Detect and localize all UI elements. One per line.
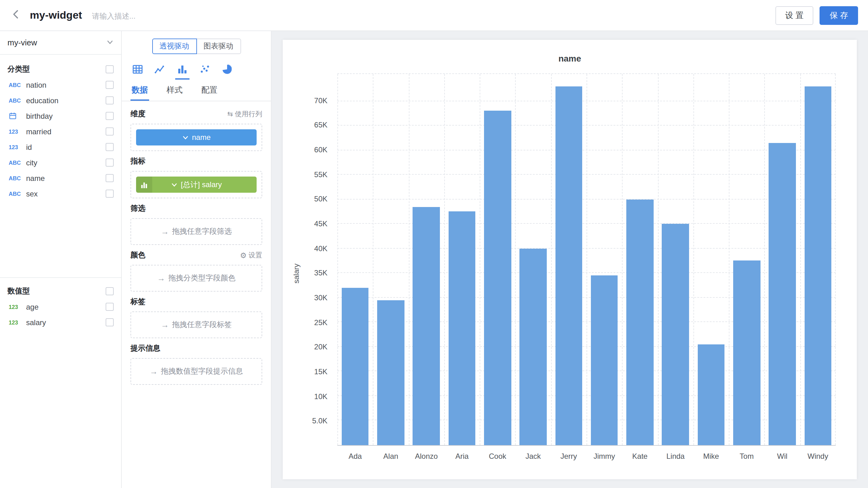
- dimension-label: 维度: [130, 109, 145, 119]
- field-checkbox[interactable]: [105, 143, 114, 151]
- bar[interactable]: [448, 212, 475, 445]
- field-row[interactable]: 123id: [0, 139, 121, 155]
- tooltip-dropzone[interactable]: → 拖拽数值型字段提示信息: [130, 358, 262, 385]
- x-tick-label: Alan: [373, 452, 409, 462]
- field-row[interactable]: 123age: [0, 299, 121, 314]
- header: my-widget 设 置 保 存: [0, 0, 868, 31]
- panel-tab-2[interactable]: 配置: [200, 81, 219, 101]
- main-body: my-view 分类型ABCnationABCeducationbirthday…: [0, 31, 868, 488]
- chevron-down-icon: [106, 37, 114, 48]
- field-checkbox[interactable]: [105, 158, 114, 166]
- chart-title: name: [283, 54, 857, 63]
- bar[interactable]: [804, 86, 831, 445]
- y-tick-label: 30K: [283, 294, 328, 302]
- field-section-label: 数值型: [7, 286, 30, 296]
- field-row[interactable]: ABCsex: [0, 186, 121, 202]
- bar-slot: [516, 74, 551, 445]
- description-input[interactable]: [92, 12, 204, 21]
- save-button[interactable]: 保 存: [820, 6, 858, 25]
- panel-tab-0[interactable]: 数据: [130, 81, 149, 101]
- color-dropzone-text: 拖拽分类型字段颜色: [168, 273, 236, 283]
- field-row[interactable]: ABCeducation: [0, 93, 121, 108]
- field-row[interactable]: ABCnation: [0, 77, 121, 93]
- line-chart-type-icon[interactable]: [153, 62, 167, 80]
- field-name: married: [26, 127, 105, 136]
- metric-pill-salary[interactable]: [总计] salary: [136, 177, 257, 193]
- bar[interactable]: [698, 344, 724, 445]
- field-checkbox[interactable]: [105, 127, 114, 135]
- metric-label: 指标: [130, 156, 145, 166]
- panel-tab-1[interactable]: 样式: [165, 81, 184, 101]
- section-checkbox[interactable]: [105, 65, 114, 73]
- bar[interactable]: [555, 86, 582, 445]
- color-settings-button[interactable]: ⚙ 设置: [240, 250, 262, 260]
- back-button[interactable]: [10, 6, 26, 25]
- plot-area: [337, 73, 836, 446]
- x-axis-labels: AdaAlanAlonzoAriaCookJackJerryJimmyKateL…: [337, 452, 836, 462]
- x-tick-label: Tom: [729, 452, 765, 462]
- dimension-pill-name[interactable]: name: [136, 129, 257, 146]
- bar[interactable]: [484, 111, 511, 445]
- bar[interactable]: [377, 300, 404, 446]
- label-dropzone[interactable]: → 拖拽任意字段标签: [130, 311, 262, 338]
- mode-toggle-option[interactable]: 透视驱动: [152, 38, 197, 54]
- bar-slot: [408, 74, 444, 445]
- y-tick-label: 65K: [283, 121, 328, 130]
- bar-slot: [765, 74, 800, 445]
- scatter-chart-type-icon[interactable]: [197, 62, 212, 80]
- number-type-icon: 123: [9, 144, 26, 150]
- bar-chart-type-icon[interactable]: [175, 62, 189, 80]
- bar-slot: [373, 74, 409, 445]
- bar[interactable]: [733, 261, 760, 445]
- bar[interactable]: [413, 207, 440, 445]
- field-sections: 分类型ABCnationABCeducationbirthday123marri…: [0, 55, 121, 488]
- bar[interactable]: [626, 199, 653, 445]
- field-row[interactable]: 123salary: [0, 314, 121, 330]
- field-checkbox[interactable]: [105, 96, 114, 104]
- bar[interactable]: [342, 288, 369, 445]
- field-checkbox[interactable]: [105, 174, 114, 182]
- bar-slot: [800, 74, 836, 445]
- label-dropzone-text: 拖拽任意字段标签: [172, 319, 232, 330]
- drag-arrow-icon: →: [150, 367, 158, 376]
- back-chevron-icon: [10, 8, 22, 22]
- color-dropzone[interactable]: → 拖拽分类型字段颜色: [130, 265, 262, 292]
- metric-pill-label: [总计] salary: [181, 179, 222, 190]
- bar[interactable]: [769, 143, 796, 445]
- mode-toggle-option[interactable]: 图表驱动: [196, 38, 241, 54]
- bars-layer: [337, 74, 836, 445]
- view-selector[interactable]: my-view: [0, 31, 121, 55]
- dimension-dropzone[interactable]: name: [130, 124, 262, 151]
- y-tick-label: 70K: [283, 96, 328, 105]
- section-checkbox[interactable]: [105, 287, 114, 295]
- bar[interactable]: [662, 224, 689, 445]
- use-rows-cols-button[interactable]: ⇆ 使用行列: [227, 110, 262, 119]
- field-checkbox[interactable]: [105, 81, 114, 89]
- field-checkbox[interactable]: [105, 112, 114, 120]
- field-row[interactable]: birthday: [0, 108, 121, 124]
- bar-chart-icon: [136, 177, 152, 193]
- bar[interactable]: [591, 275, 618, 445]
- field-checkbox[interactable]: [105, 190, 114, 198]
- table-chart-type-icon[interactable]: [130, 62, 145, 80]
- field-name: education: [26, 96, 105, 105]
- x-tick-label: Jimmy: [587, 452, 622, 462]
- color-section-header: 颜色 ⚙ 设置: [130, 250, 262, 261]
- settings-button[interactable]: 设 置: [775, 6, 814, 25]
- y-tick-label: 50K: [283, 195, 328, 204]
- pie-chart-type-icon[interactable]: [220, 62, 234, 80]
- chart-card: name salary 5.0K10K15K20K25K30K35K40K45K…: [283, 40, 857, 479]
- field-checkbox[interactable]: [105, 303, 114, 311]
- field-checkbox[interactable]: [105, 318, 114, 326]
- metric-dropzone[interactable]: [总计] salary: [130, 171, 262, 198]
- tooltip-dropzone-text: 拖拽数值型字段提示信息: [161, 366, 243, 377]
- filter-dropzone[interactable]: → 拖拽任意字段筛选: [130, 218, 262, 245]
- text-type-icon: ABC: [9, 97, 26, 103]
- text-type-icon: ABC: [9, 82, 26, 88]
- bar[interactable]: [520, 248, 547, 445]
- y-tick-label: 5.0K: [283, 417, 328, 426]
- field-row[interactable]: ABCcity: [0, 155, 121, 170]
- field-row[interactable]: ABCname: [0, 170, 121, 186]
- field-name: birthday: [26, 112, 105, 120]
- field-row[interactable]: 123married: [0, 124, 121, 139]
